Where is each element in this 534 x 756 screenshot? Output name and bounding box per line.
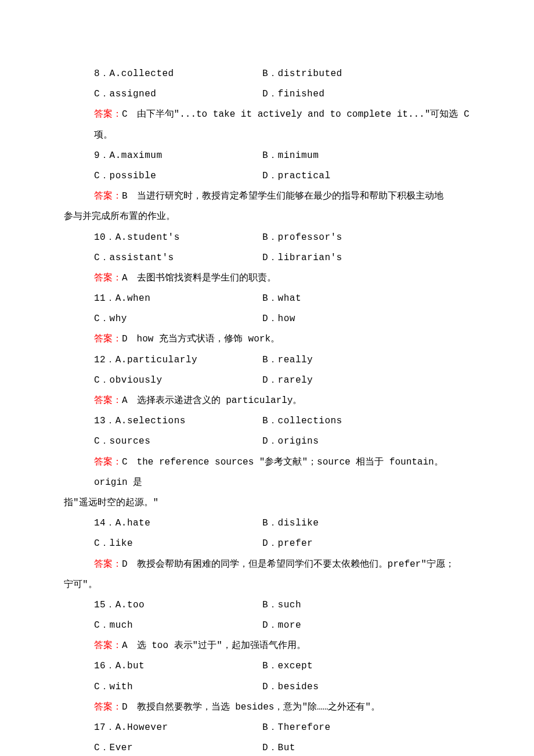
option-a: 10．A.student's — [94, 228, 262, 248]
question-option-row: C．possibleD．practical — [64, 166, 470, 186]
answer-line: 答案：A 选择表示递进含义的 particularly。 — [64, 391, 470, 411]
question-option-row: 13．A.selectionsB．collections — [64, 411, 470, 431]
question-option-row: C．assistant'sD．librarian's — [64, 248, 470, 268]
question-option-row: C．muchD．more — [64, 615, 470, 636]
answer-text-cont: 宁可"。 — [64, 575, 470, 595]
answer-key: A — [122, 273, 128, 283]
answer-key: D — [122, 334, 128, 344]
option-c: C．why — [94, 309, 262, 329]
answer-line: 答案：D how 充当方式状语，修饰 work。 — [64, 329, 470, 350]
answer-text: 教授自然要教学，当选 besides，意为"除……之外还有"。 — [128, 702, 380, 712]
question-option-row: 17．A.HoweverB．Therefore — [64, 718, 470, 738]
question-option-row: C．sourcesD．origins — [64, 431, 470, 452]
option-d: D．rarely — [262, 370, 431, 391]
answer-text: 当进行研究时，教授肯定希望学生们能够在最少的指导和帮助下积极主动地 — [128, 191, 443, 201]
option-a: 14．A.hate — [94, 513, 262, 534]
option-a: 15．A.too — [94, 595, 262, 615]
option-b: B．distributed — [262, 64, 431, 84]
answer-text: 选 too 表示"过于"，起加强语气作用。 — [128, 640, 306, 651]
answer-text: the reference sources "参考文献"；source 相当于 … — [94, 457, 443, 488]
answer-text-cont: 参与并完成所布置的作业。 — [64, 207, 470, 227]
option-c: C．sources — [94, 431, 262, 452]
option-b: B．minimum — [262, 146, 431, 166]
question-option-row: C．obviouslyD．rarely — [64, 370, 470, 391]
option-d: D．more — [262, 615, 431, 636]
answer-key: D — [122, 559, 128, 570]
option-d: D．how — [262, 309, 431, 329]
option-d: D．librarian's — [262, 248, 431, 268]
answer-key: A — [122, 395, 128, 406]
question-option-row: C．likeD．prefer — [64, 534, 470, 554]
question-option-row: C．withD．besides — [64, 677, 470, 697]
option-b: B．what — [262, 289, 431, 309]
option-c: C．assigned — [94, 84, 262, 105]
option-b: B．except — [262, 656, 431, 676]
page-root: 8．A.collectedB．distributedC．assignedD．fi… — [0, 0, 534, 756]
answer-text: 选择表示递进含义的 particularly。 — [128, 395, 302, 406]
answer-text: 由下半句"...to take it actively and to compl… — [94, 109, 469, 140]
answer-line: 答案：D 教授会帮助有困难的同学，但是希望同学们不要太依赖他们。prefer"宁… — [64, 555, 470, 575]
option-c: C．like — [94, 534, 262, 554]
option-c: C．with — [94, 677, 262, 697]
question-option-row: C．assignedD．finished — [64, 84, 470, 105]
answer-text: 教授会帮助有困难的同学，但是希望同学们不要太依赖他们。prefer"宁愿； — [128, 559, 454, 570]
answer-key: D — [122, 702, 128, 712]
option-d: D．But — [262, 738, 431, 756]
question-option-row: 16．A.butB．except — [64, 656, 470, 676]
question-option-row: 15．A.tooB．such — [64, 595, 470, 615]
option-d: D．finished — [262, 84, 431, 105]
option-b: B．Therefore — [262, 718, 431, 738]
question-option-row: C．EverD．But — [64, 738, 470, 756]
question-option-row: 12．A.particularlyB．really — [64, 350, 470, 370]
question-option-row: 11．A.whenB．what — [64, 289, 470, 309]
answer-label: 答案： — [94, 191, 122, 201]
answer-label: 答案： — [94, 457, 122, 467]
option-d: D．origins — [262, 431, 431, 452]
option-c: C．Ever — [94, 738, 262, 756]
answer-key: B — [122, 191, 128, 201]
answer-text-cont: 指"遥远时空的起源。" — [64, 493, 470, 513]
option-a: 13．A.selections — [94, 411, 262, 431]
question-option-row: C．whyD．how — [64, 309, 470, 329]
question-option-row: 10．A.student'sB．professor's — [64, 228, 470, 248]
answer-key: A — [122, 640, 128, 651]
question-option-row: 14．A.hateB．dislike — [64, 513, 470, 534]
answer-key: C — [122, 457, 128, 467]
option-d: D．besides — [262, 677, 431, 697]
answer-text: 去图书馆找资料是学生们的职责。 — [128, 273, 276, 283]
answer-label: 答案： — [94, 273, 122, 283]
option-c: C．obviously — [94, 370, 262, 391]
option-c: C．possible — [94, 166, 262, 186]
answer-label: 答案： — [94, 559, 122, 570]
answer-label: 答案： — [94, 395, 122, 406]
answer-label: 答案： — [94, 640, 122, 651]
option-c: C．much — [94, 615, 262, 636]
option-b: B．such — [262, 595, 431, 615]
answer-line: 答案：B 当进行研究时，教授肯定希望学生们能够在最少的指导和帮助下积极主动地 — [64, 186, 470, 207]
option-d: D．practical — [262, 166, 431, 186]
answer-line: 答案：A 选 too 表示"过于"，起加强语气作用。 — [64, 636, 470, 656]
option-b: B．dislike — [262, 513, 431, 534]
option-a: 9．A.maximum — [94, 146, 262, 166]
answer-line: 答案：A 去图书馆找资料是学生们的职责。 — [64, 268, 470, 289]
answer-label: 答案： — [94, 702, 122, 712]
question-option-row: 8．A.collectedB．distributed — [64, 64, 470, 84]
option-b: B．collections — [262, 411, 431, 431]
option-d: D．prefer — [262, 534, 431, 554]
answer-label: 答案： — [94, 109, 122, 120]
option-a: 17．A.However — [94, 718, 262, 738]
answer-line: 答案：C 由下半句"...to take it actively and to … — [64, 105, 470, 145]
answer-text: how 充当方式状语，修饰 work。 — [128, 334, 280, 344]
question-option-row: 9．A.maximumB．minimum — [64, 146, 470, 166]
answer-label: 答案： — [94, 334, 122, 344]
option-a: 11．A.when — [94, 289, 262, 309]
option-a: 8．A.collected — [94, 64, 262, 84]
option-a: 12．A.particularly — [94, 350, 262, 370]
answer-line: 答案：C the reference sources "参考文献"；source… — [64, 452, 470, 493]
answer-key: C — [122, 109, 128, 120]
answer-line: 答案：D 教授自然要教学，当选 besides，意为"除……之外还有"。 — [64, 697, 470, 718]
option-b: B．professor's — [262, 228, 431, 248]
option-c: C．assistant's — [94, 248, 262, 268]
option-a: 16．A.but — [94, 656, 262, 676]
option-b: B．really — [262, 350, 431, 370]
